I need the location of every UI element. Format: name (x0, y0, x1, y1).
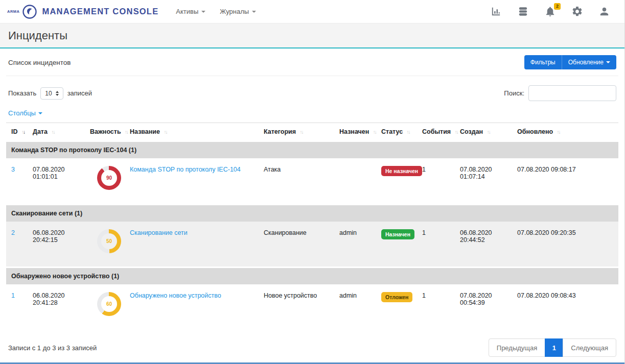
incident-row: 307.08.2020 01:01:0190Команда STOP по пр… (6, 158, 618, 204)
incident-created: 06.08.2020 20:44:52 (455, 222, 512, 268)
column-header-8[interactable]: События ↑↓ (417, 123, 455, 141)
notifications-bell-icon[interactable]: 2 (544, 6, 556, 17)
incident-row: 206.08.2020 20:42:1550Сканирование сетиС… (6, 222, 618, 268)
page-title: Инциденты (8, 29, 67, 42)
spinner-arrows-icon (56, 91, 59, 96)
incident-updated: 07.08.2020 09:20:35 (512, 222, 618, 268)
chevron-down-icon (606, 61, 610, 63)
status-badge: Отложен (381, 292, 412, 302)
incident-date: 06.08.2020 20:42:15 (28, 222, 85, 268)
severity-donut: 90 (97, 166, 121, 190)
incident-category: Новое устройство (259, 284, 334, 330)
panel-title: Список инцидентов (8, 59, 71, 66)
incident-created: 07.08.2020 01:07:14 (455, 158, 512, 204)
incident-events: 1 (417, 284, 455, 330)
status-badge: Назначен (381, 229, 414, 239)
incidents-panel: Список инцидентов Фильтры Обновление Пок… (0, 48, 624, 364)
status-badge: Не назначен (381, 166, 422, 176)
column-header-7[interactable]: Статус ↑↓ (376, 123, 417, 141)
sort-arrows-icon: ↑↓ (487, 129, 490, 135)
page-length-select[interactable]: 10 (40, 87, 63, 100)
menu-assets[interactable]: Активы (176, 8, 205, 15)
arma-logo-icon (22, 4, 37, 19)
sort-arrows-icon: ↑↓ (21, 129, 25, 135)
column-header-2[interactable]: Дата ↑↓ (28, 123, 85, 141)
incident-row: 106.08.2020 20:41:2860Обнаружено новое у… (6, 284, 618, 330)
column-header-1[interactable]: ID ↑↓ (6, 123, 28, 141)
sort-arrows-icon: ↑↓ (557, 129, 560, 135)
navbar-icons: 2 (490, 6, 617, 17)
charts-icon[interactable] (490, 6, 502, 17)
pagination-previous[interactable]: Предыдущая (489, 338, 546, 357)
incident-updated: 07.08.2020 09:08:43 (512, 284, 618, 330)
column-header-6[interactable]: Назначен ↑↓ (334, 123, 376, 141)
user-profile-icon[interactable] (598, 6, 610, 17)
chevron-down-icon (201, 11, 205, 13)
table-footer: Записи с 1 до 3 из 3 записей Предыдущая … (6, 338, 618, 364)
sort-arrows-icon: ↑↓ (164, 129, 167, 135)
show-label: Показать (8, 89, 36, 97)
entries-label: записей (67, 89, 92, 97)
brand-title: MANAGEMENT CONSOLE (42, 7, 159, 16)
incident-category: Сканирование (259, 222, 334, 268)
incident-events: 1 (417, 158, 455, 204)
settings-gear-icon[interactable] (571, 6, 583, 17)
records-info: Записи с 1 до 3 из 3 записей (8, 344, 97, 352)
filters-button[interactable]: Фильтры (524, 55, 562, 69)
arma-logo-text: ARMA (7, 9, 20, 14)
sort-arrows-icon: ↑↓ (51, 129, 54, 135)
incident-name-link[interactable]: Обнаружено новое устройство (130, 292, 221, 299)
group-header-row: Сканирование сети (1) (6, 204, 618, 222)
severity-donut: 50 (97, 229, 121, 253)
incidents-table: ID ↑↓Дата ↑↓Важность ↑↓Название ↑↓Катего… (6, 123, 618, 330)
chevron-down-icon (252, 11, 256, 13)
incident-category: Атака (259, 158, 334, 204)
incident-table-body: Команда STOP по протоколу IEC-104 (1)307… (6, 141, 618, 331)
columns-dropdown[interactable]: Столбцы (8, 109, 42, 117)
incident-name-link[interactable]: Команда STOP по протоколу IEC-104 (130, 166, 241, 173)
top-navbar: ARMA MANAGEMENT CONSOLE Активы Журналы 2 (0, 0, 624, 23)
pagination-page-1[interactable]: 1 (545, 338, 563, 357)
page-length-control: Показать 10 записей (8, 87, 92, 100)
refresh-button[interactable]: Обновление (562, 55, 616, 69)
page-title-bar: Инциденты (0, 23, 624, 47)
group-header-row: Команда STOP по протоколу IEC-104 (1) (6, 141, 618, 159)
search-label: Поиск: (504, 89, 524, 97)
incident-date: 07.08.2020 01:01:01 (28, 158, 85, 204)
menu-journals[interactable]: Журналы (220, 8, 256, 15)
sort-arrows-icon: ↑↓ (125, 129, 128, 135)
search-control: Поиск: (504, 85, 616, 101)
pagination-next[interactable]: Следующая (563, 338, 616, 357)
incident-date: 06.08.2020 20:41:28 (28, 284, 85, 330)
group-header-row: Обнаружено новое устройство (1) (6, 268, 618, 285)
column-header-3[interactable]: Важность ↑↓ (85, 123, 125, 141)
pagination: Предыдущая 1 Следующая (489, 338, 616, 357)
main-menu: Активы Журналы (176, 8, 256, 15)
incident-id-link[interactable]: 2 (11, 229, 15, 236)
incident-events: 1 (417, 222, 455, 268)
chevron-down-icon (38, 112, 42, 114)
sort-arrows-icon: ↑↓ (407, 129, 410, 135)
search-input[interactable] (528, 85, 616, 101)
sort-arrows-icon: ↑↓ (455, 129, 458, 135)
brand-logo[interactable]: ARMA MANAGEMENT CONSOLE (7, 4, 158, 19)
severity-donut: 60 (97, 292, 121, 316)
sort-arrows-icon: ↑↓ (373, 129, 376, 135)
incident-assignee: admin (334, 284, 376, 330)
table-controls: Показать 10 записей Поиск: (6, 85, 618, 101)
sort-arrows-icon: ↑↓ (300, 129, 303, 135)
incident-id-link[interactable]: 1 (11, 292, 15, 299)
incident-id-link[interactable]: 3 (11, 166, 15, 173)
panel-header: Список инцидентов Фильтры Обновление (6, 48, 618, 76)
table-header-row: ID ↑↓Дата ↑↓Важность ↑↓Название ↑↓Катего… (6, 123, 618, 141)
incident-updated: 07.08.2020 09:08:17 (512, 158, 618, 204)
column-header-9[interactable]: Создан ↑↓ (455, 123, 512, 141)
incident-assignee: admin (334, 222, 376, 268)
incident-assignee (334, 158, 376, 204)
database-icon[interactable] (517, 6, 529, 17)
column-header-10[interactable]: Обновлено ↑↓ (512, 123, 618, 141)
column-header-5[interactable]: Категория ↑↓ (259, 123, 334, 141)
panel-actions: Фильтры Обновление (524, 55, 616, 69)
column-header-4[interactable]: Название ↑↓ (125, 123, 259, 141)
incident-name-link[interactable]: Сканирование сети (130, 229, 188, 236)
